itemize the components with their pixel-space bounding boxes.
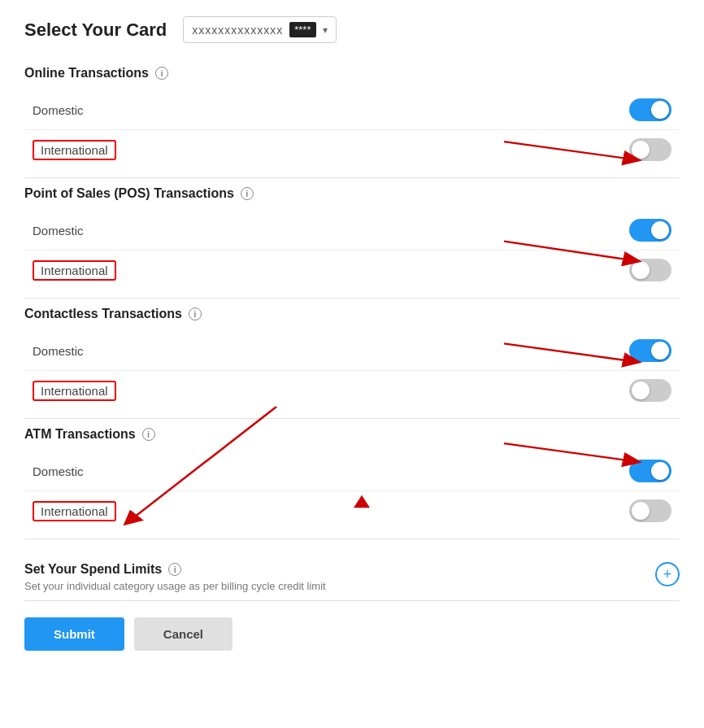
label-contactless-domestic: Domestic [33,344,84,358]
info-icon-pos[interactable]: i [241,187,254,200]
section-title-atm: ATM Transactions i [24,427,680,442]
section-pos: Point of Sales (POS) Transactions i Dome… [24,186,680,299]
toggle-row-online-domestic: Domestic [24,90,680,129]
section-contactless: Contactless Transactions i Domestic Inte… [24,307,680,419]
label-pos-international: International [33,260,116,281]
toggle-online-international[interactable] [629,138,671,161]
chevron-down-icon: ▾ [323,24,328,36]
spend-limits-title: Set Your Spend Limits i [24,562,326,577]
label-contactless-international: International [33,381,116,401]
toggle-atm-domestic[interactable] [629,460,671,482]
toggle-row-atm-international: International [24,490,680,530]
toggle-atm-international[interactable] [629,499,671,522]
add-spend-limit-button[interactable]: + [655,562,680,586]
cancel-button[interactable]: Cancel [134,617,232,651]
toggle-online-domestic[interactable] [629,98,671,121]
card-number-suffix: **** [289,22,315,37]
spend-limits-section: Set Your Spend Limits i Set your individ… [24,547,680,601]
toggle-row-online-international: International [24,129,680,169]
toggle-row-contactless-domestic: Domestic [24,331,680,370]
toggle-row-atm-domestic: Domestic [24,451,680,490]
label-online-domestic: Domestic [33,103,84,117]
info-icon-online[interactable]: i [155,67,168,80]
info-icon-contactless[interactable]: i [189,307,202,320]
card-number-prefix: xxxxxxxxxxxxxx [192,24,283,37]
header-row: Select Your Card xxxxxxxxxxxxxx **** ▾ [24,16,680,43]
page-title: Select Your Card [24,20,167,41]
label-atm-domestic: Domestic [33,464,84,478]
section-title-online: Online Transactions i [24,66,680,81]
toggle-row-pos-domestic: Domestic [24,211,680,250]
section-title-contactless: Contactless Transactions i [24,307,680,321]
toggle-pos-domestic[interactable] [629,219,671,242]
info-icon-spend-limits[interactable]: i [168,563,181,576]
section-title-pos: Point of Sales (POS) Transactions i [24,186,680,201]
card-selector-dropdown[interactable]: xxxxxxxxxxxxxx **** ▾ [183,16,336,43]
section-atm: ATM Transactions i Domestic Internationa… [24,427,680,539]
spend-limits-subtitle: Set your individual category usage as pe… [24,580,326,592]
label-pos-domestic: Domestic [33,224,84,238]
toggle-contactless-international[interactable] [629,379,671,402]
toggle-row-pos-international: International [24,250,680,290]
toggle-pos-international[interactable] [629,259,671,281]
toggle-row-contactless-international: International [24,370,680,410]
info-icon-atm[interactable]: i [142,428,155,441]
label-online-international: International [33,140,116,160]
label-atm-international: International [33,501,116,521]
sections-wrapper: Online Transactions i Domestic Internati… [24,66,680,539]
section-online: Online Transactions i Domestic Internati… [24,66,680,178]
submit-button[interactable]: Submit [24,617,124,651]
page-container: Select Your Card xxxxxxxxxxxxxx **** ▾ O… [24,16,680,651]
spend-limits-left: Set Your Spend Limits i Set your individ… [24,562,326,592]
action-buttons: Submit Cancel [24,617,680,651]
toggle-contactless-domestic[interactable] [629,339,671,362]
